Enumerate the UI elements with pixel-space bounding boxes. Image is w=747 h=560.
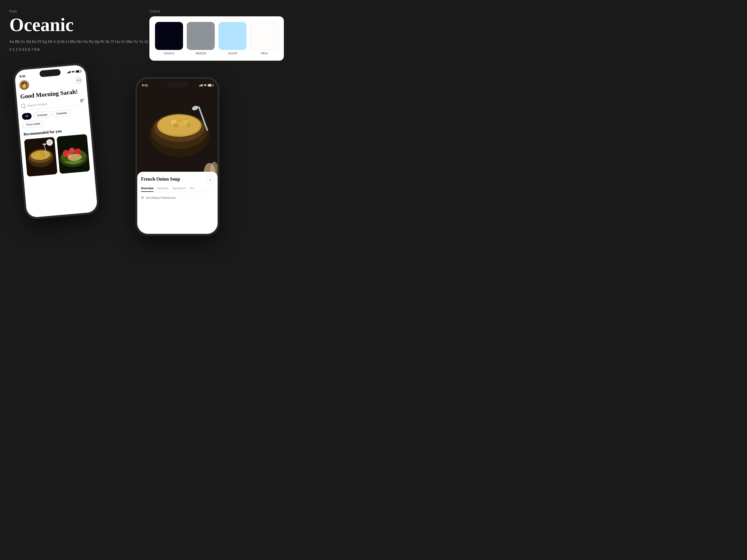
filter-line-1 [80, 99, 84, 100]
signal-bar-4 [70, 71, 71, 73]
signal-bar-w-3 [201, 84, 202, 86]
recipe-detail-card: French Onion Soup + Overview Nutrients I… [137, 172, 217, 234]
dietary-row: ⚙ Set Dietary Preferences [141, 194, 214, 200]
svg-rect-5 [41, 152, 44, 155]
colors-section-label: Colors [149, 9, 284, 14]
recipe-card-bg-1: ♡ [24, 137, 57, 177]
filter-chips: All Courses Cuisines From chefs [22, 108, 86, 128]
svg-rect-6 [35, 155, 37, 158]
swatch-box-4 [250, 22, 278, 50]
font-numbers: 0 1 2 3 4 5 6 7 8 9 [9, 48, 149, 52]
filter-icon[interactable] [80, 99, 84, 102]
svg-rect-31 [186, 123, 191, 127]
phones-area: 9:41 [0, 51, 374, 280]
font-name: Oceanic [9, 16, 149, 34]
signal-bars-2 [199, 84, 203, 86]
tab-reviews[interactable]: Re... [190, 187, 196, 192]
tab-nutrients[interactable]: Nutrients [157, 187, 168, 192]
color-swatch-1: #040415 [155, 22, 183, 55]
phone-2-content: 9:41 [137, 79, 217, 234]
tab-overview[interactable]: Overview [141, 187, 153, 192]
recipe-tabs: Overview Nutrients Ingredients Re... [141, 187, 214, 192]
font-section-label: Font [9, 9, 149, 14]
recipe-title-row: French Onion Soup + [141, 177, 214, 184]
recipe-cards: ♡ [24, 134, 91, 177]
svg-rect-30 [179, 122, 184, 126]
svg-rect-4 [37, 153, 40, 156]
phone-1: 9:41 [12, 62, 100, 220]
dot-1 [77, 80, 77, 81]
font-section: Font Oceanic Aa Bb Cc Dd Ee Ff Gg Hh Ii … [9, 9, 149, 52]
chip-all[interactable]: All [22, 113, 32, 120]
phone-1-content: Good Morning Sarah! Search recipes All C… [15, 75, 94, 177]
recipe-title: French Onion Soup [141, 177, 206, 182]
phone-1-screen: 9:41 [14, 64, 98, 218]
battery-1 [76, 70, 81, 73]
chip-from-chefs[interactable]: From chefs [22, 120, 44, 129]
dietary-text: Set Dietary Preferences [146, 196, 176, 199]
signal-bar-w-2 [200, 85, 201, 86]
svg-rect-27 [177, 118, 182, 122]
color-swatch-3: #b2e3ff [218, 22, 247, 55]
signal-bar-2 [68, 72, 69, 73]
avatar [19, 80, 30, 90]
battery-2 [208, 84, 213, 86]
swatch-box-3 [218, 22, 247, 50]
recipe-card-1[interactable]: ♡ [24, 137, 57, 177]
filter-line-2 [80, 100, 83, 101]
color-swatch-4: #fffcfc [250, 22, 278, 55]
signal-bar-1 [67, 72, 68, 73]
battery-fill-2 [208, 84, 211, 86]
soup-image-2 [56, 134, 90, 174]
time-1: 9:41 [19, 74, 26, 78]
status-icons-1 [67, 70, 81, 74]
dot-3 [80, 80, 81, 80]
filter-line-3 [80, 102, 83, 102]
battery-fill-1 [76, 71, 79, 72]
dot-2 [78, 80, 79, 80]
wifi-icon-1 [72, 70, 75, 73]
avatar-image [19, 80, 30, 90]
recipe-card-bg-2 [56, 134, 90, 174]
status-bar-2: 9:41 [137, 79, 217, 89]
font-alphabet: Aa Bb Cc Dd Ee Ff Gg Hh Ii Jj Kk Ll Mm N… [9, 39, 149, 45]
svg-rect-29 [174, 124, 178, 127]
phone-1-wrapper: 9:41 [12, 62, 100, 220]
phone-2-wrapper: 9:41 [135, 77, 220, 236]
phone-2-screen: 9:41 [137, 79, 217, 234]
time-2: 9:41 [142, 83, 148, 87]
gear-icon: ⚙ [141, 196, 144, 200]
add-button[interactable]: + [206, 177, 214, 184]
chip-cuisines[interactable]: Cuisines [53, 109, 71, 117]
signal-bar-w-1 [199, 85, 200, 86]
svg-rect-7 [43, 154, 46, 156]
phone-2: 9:41 [135, 77, 220, 236]
swatch-box-2 [187, 22, 215, 50]
greeting-text: Good Morning Sarah! [20, 87, 84, 100]
chip-courses[interactable]: Courses [33, 111, 51, 119]
swatch-box-1 [155, 22, 183, 50]
tab-ingredients[interactable]: Ingredients [172, 187, 186, 192]
color-swatch-2: #8d9296 [187, 22, 215, 55]
signal-bars-1 [67, 71, 71, 73]
signal-bar-w-4 [202, 84, 203, 86]
search-icon [21, 104, 26, 108]
more-dots [77, 80, 81, 81]
more-button[interactable] [75, 76, 83, 84]
recipe-card-2[interactable] [56, 134, 90, 174]
status-icons-2 [199, 83, 213, 87]
food-background [137, 79, 217, 180]
wifi-icon-2 [204, 83, 207, 87]
search-placeholder: Search recipes [27, 99, 78, 107]
